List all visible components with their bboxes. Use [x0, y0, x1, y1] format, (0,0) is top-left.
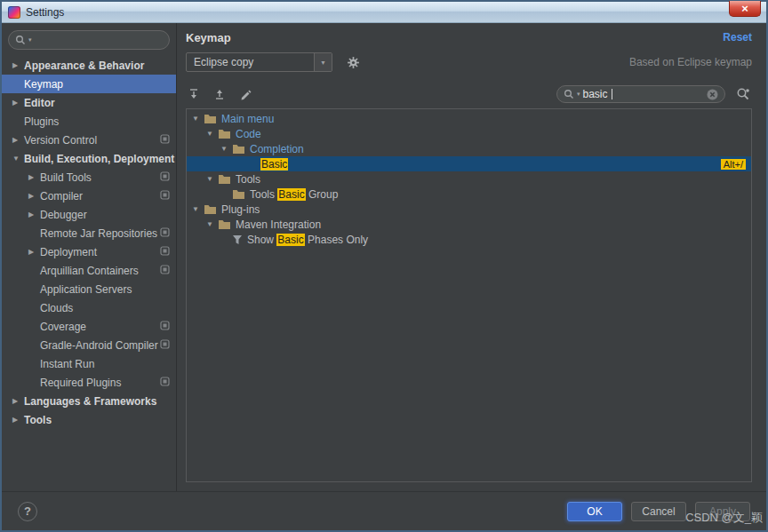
based-on-label: Based on Eclipse keymap [629, 56, 752, 68]
scheme-value: Eclipse copy [187, 56, 314, 68]
chevron-right-icon: ▶ [28, 248, 40, 256]
chevron-right-icon: ▶ [12, 99, 24, 107]
edit-shortcut-icon[interactable] [237, 86, 253, 102]
sidebar-item-label: Remote Jar Repositories [40, 227, 157, 240]
sidebar-item-keymap[interactable]: Keymap [2, 75, 176, 93]
sidebar-item-label: Build Tools [40, 171, 92, 184]
sidebar-nav: ▶Appearance & Behavior Keymap ▶Editor Pl… [2, 56, 176, 491]
ok-button[interactable]: OK [567, 502, 622, 521]
sidebar-item-remote-jar-repositories[interactable]: Remote Jar Repositories [2, 224, 176, 242]
project-settings-icon [160, 227, 170, 240]
sidebar-item-arquillian-containers[interactable]: Arquillian Containers [2, 261, 176, 280]
chevron-down-icon[interactable]: ▼ [314, 53, 332, 71]
chevron-down-icon[interactable]: ▼ [192, 205, 204, 213]
sidebar-item-label: Coverage [40, 321, 86, 333]
folder-icon [218, 219, 231, 230]
tree-node-label: Show Basic Phases Only [247, 234, 368, 246]
titlebar[interactable]: Settings × [2, 2, 766, 23]
sidebar-item-label: Clouds [40, 302, 73, 314]
project-settings-icon [160, 265, 170, 277]
apply-button[interactable]: Apply [695, 502, 750, 521]
sidebar-item-tools[interactable]: ▶Tools [2, 410, 176, 429]
tree-node-label: Basic [260, 158, 288, 171]
project-settings-icon [160, 321, 170, 333]
folder-icon [218, 129, 231, 139]
tree-node-label: Tools Basic Group [250, 188, 338, 201]
sidebar-item-required-plugins[interactable]: Required Plugins [2, 373, 176, 392]
chevron-down-icon[interactable]: ▼ [206, 130, 218, 138]
sidebar-item-gradle-android-compiler[interactable]: Gradle-Android Compiler [2, 336, 176, 354]
folder-icon [204, 204, 217, 215]
sidebar-item-label: Required Plugins [40, 377, 121, 389]
chevron-down-icon[interactable]: ▼ [220, 145, 232, 153]
tree-row-maven-integration[interactable]: ▼ Maven Integration [187, 217, 751, 232]
collapse-all-icon[interactable] [212, 86, 228, 102]
chevron-down-icon[interactable]: ▼ [206, 220, 218, 228]
tree-row-code[interactable]: ▼ Code [187, 126, 751, 141]
sidebar-item-build-execution-deployment[interactable]: ▼Build, Execution, Deployment [2, 149, 176, 168]
label-pre: Show [247, 234, 276, 246]
tree-row-tools[interactable]: ▼ Tools [187, 171, 751, 187]
project-settings-icon [160, 377, 170, 389]
project-settings-icon [160, 339, 170, 352]
gear-icon[interactable] [345, 54, 361, 70]
label-post: Group [306, 188, 339, 201]
chevron-down-icon[interactable]: ▼ [192, 115, 204, 123]
sidebar-item-application-servers[interactable]: Application Servers [2, 280, 176, 298]
chevron-down-icon: ▼ [12, 155, 24, 163]
window-title: Settings [26, 6, 64, 19]
search-options-arrow-icon: ▾ [577, 91, 580, 98]
cancel-button[interactable]: Cancel [631, 502, 686, 521]
tree-row-plug-ins[interactable]: ▼ Plug-ins [187, 202, 751, 217]
sidebar-item-deployment[interactable]: ▶Deployment [2, 242, 176, 261]
project-settings-icon [160, 171, 170, 184]
sidebar-item-build-tools[interactable]: ▶Build Tools [2, 168, 176, 187]
settings-window: Settings × ▾ ▶Appearance & Behavior Keym… [0, 0, 768, 532]
text-caret [612, 89, 612, 99]
chevron-right-icon: ▶ [12, 397, 24, 405]
clear-search-icon[interactable] [707, 89, 718, 100]
filter-funnel-icon [232, 234, 243, 245]
tree-row-show-basic-phases-only[interactable]: Show Basic Phases Only [187, 232, 751, 247]
intellij-logo-icon [8, 6, 20, 19]
close-button[interactable]: × [729, 1, 761, 17]
sidebar-item-debugger[interactable]: ▶Debugger [2, 205, 176, 224]
sidebar-item-label: Debugger [40, 209, 87, 221]
sidebar-item-label: Keymap [24, 78, 63, 91]
sidebar-item-label: Editor [24, 97, 55, 109]
chevron-right-icon: ▶ [12, 136, 24, 144]
keymap-search-input[interactable]: ▾ basic [556, 85, 725, 103]
sidebar-item-version-control[interactable]: ▶Version Control [2, 131, 176, 149]
sidebar-item-appearance-behavior[interactable]: ▶Appearance & Behavior [2, 56, 176, 75]
tree-node-label: Maven Integration [236, 218, 321, 231]
page-title: Keymap [186, 31, 231, 44]
sidebar-item-label: Arquillian Containers [40, 265, 139, 277]
sidebar-item-clouds[interactable]: Clouds [2, 298, 176, 317]
sidebar-item-instant-run[interactable]: Instant Run [2, 354, 176, 373]
sidebar-item-label: Gradle-Android Compiler [40, 339, 158, 352]
tree-row-main-menu[interactable]: ▼ Main menu [187, 111, 751, 126]
sidebar-item-label: Application Servers [40, 283, 132, 296]
find-by-shortcut-icon[interactable] [734, 85, 752, 103]
sidebar-item-coverage[interactable]: Coverage [2, 317, 176, 336]
chevron-down-icon[interactable]: ▼ [206, 175, 218, 183]
chevron-right-icon: ▶ [12, 61, 24, 69]
sidebar-item-editor[interactable]: ▶Editor [2, 93, 176, 112]
expand-all-icon[interactable] [186, 86, 202, 102]
tree-row-tools-basic-group[interactable]: Tools Basic Group [187, 187, 751, 202]
tree-node-label: Code [236, 128, 261, 140]
tree-node-label: Main menu [221, 113, 274, 125]
tree-row-basic[interactable]: Basic Alt+/ [187, 156, 751, 171]
sidebar-item-languages-frameworks[interactable]: ▶Languages & Frameworks [2, 392, 176, 410]
label-post: Phases Only [305, 234, 368, 246]
tree-row-completion[interactable]: ▼ Completion [187, 141, 751, 156]
sidebar-item-compiler[interactable]: ▶Compiler [2, 187, 176, 205]
project-settings-icon [160, 246, 170, 258]
settings-sidebar: ▾ ▶Appearance & Behavior Keymap ▶Editor … [2, 23, 177, 491]
sidebar-item-plugins[interactable]: Plugins [2, 112, 176, 131]
search-options-arrow-icon: ▾ [28, 36, 32, 44]
keymap-scheme-select[interactable]: Eclipse copy ▼ [186, 52, 332, 72]
sidebar-search-input[interactable]: ▾ [8, 30, 170, 50]
reset-link[interactable]: Reset [723, 31, 752, 44]
help-button[interactable]: ? [18, 502, 37, 521]
